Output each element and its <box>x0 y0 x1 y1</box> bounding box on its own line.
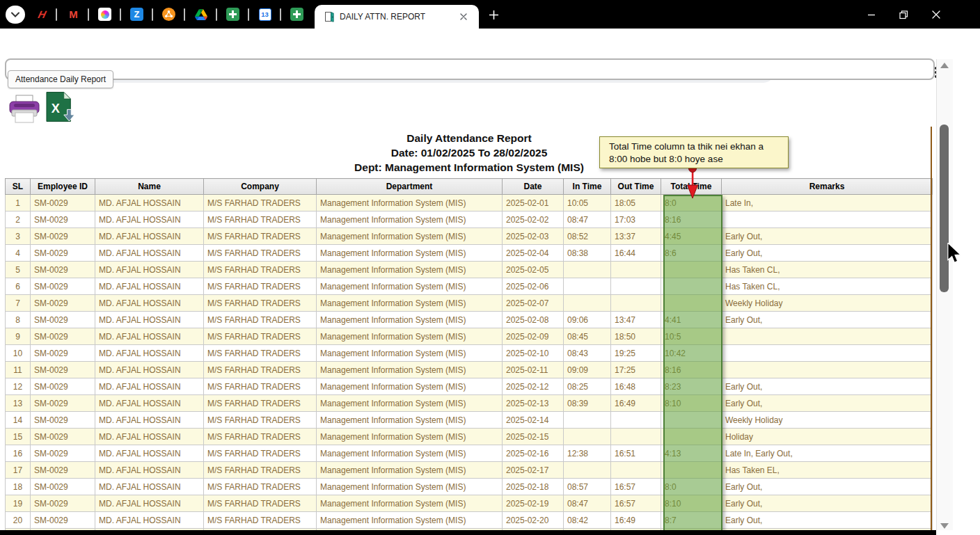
pinned-tab-drive[interactable] <box>194 8 207 21</box>
cell-remarks: Early Out, <box>722 312 933 328</box>
new-tab-button[interactable] <box>487 8 500 22</box>
cell-department: Management Information System (MIS) <box>317 445 503 462</box>
content-right-border <box>931 127 932 530</box>
print-button[interactable] <box>8 95 40 123</box>
table-row: 11SM-0029MD. AFJAL HOSSAINM/S FARHAD TRA… <box>6 362 933 378</box>
cell-company: M/S FARHAD TRADERS <box>204 245 317 262</box>
pinned-tab-orange-share[interactable] <box>162 8 175 21</box>
cell-employee-id: SM-0029 <box>31 445 95 462</box>
cell-in-time: 12:38 <box>564 445 611 462</box>
pinned-tab-green-grid[interactable] <box>226 8 239 21</box>
cell-name: MD. AFJAL HOSSAIN <box>95 495 204 512</box>
cell-department: Management Information System (MIS) <box>317 362 503 378</box>
cell-employee-id: SM-0029 <box>31 512 95 529</box>
bottom-edge-bar <box>0 530 936 535</box>
cell-out-time: 17:03 <box>611 211 661 228</box>
cell-company: M/S FARHAD TRADERS <box>204 195 317 211</box>
pinned-tab-clickup[interactable] <box>98 8 111 21</box>
cell-employee-id: SM-0029 <box>31 429 95 445</box>
cell-out-time <box>611 429 661 445</box>
minimize-icon <box>867 10 876 19</box>
cell-in-time <box>564 412 611 429</box>
cell-employee-id: SM-0029 <box>31 479 95 495</box>
pinned-tab-green-grid-2[interactable] <box>290 8 303 21</box>
cell-remarks: Has Taken CL, <box>722 262 933 278</box>
cell-date: 2025-02-04 <box>503 245 564 262</box>
active-tab[interactable]: DAILY ATTN. REPORT <box>315 5 479 29</box>
pinned-tab-separator <box>152 8 153 21</box>
cell-date: 2025-02-19 <box>503 495 564 512</box>
cell-sl: 20 <box>6 512 31 529</box>
cell-out-time: 16:51 <box>611 445 661 462</box>
restore-icon <box>899 10 908 19</box>
cell-name: MD. AFJAL HOSSAIN <box>95 262 204 278</box>
cell-date: 2025-02-12 <box>503 378 564 395</box>
cell-name: MD. AFJAL HOSSAIN <box>95 412 204 429</box>
pinned-tab-calendar[interactable]: 13 <box>258 8 271 21</box>
scrollbar-up-arrow[interactable] <box>940 63 949 68</box>
cell-out-time <box>611 295 661 312</box>
tab-close-button[interactable] <box>458 11 469 22</box>
cell-remarks <box>722 211 933 228</box>
cell-sl: 18 <box>6 479 31 495</box>
cell-name: MD. AFJAL HOSSAIN <box>95 295 204 312</box>
tab-title: DAILY ATTN. REPORT <box>340 12 425 22</box>
table-row: 13SM-0029MD. AFJAL HOSSAINM/S FARHAD TRA… <box>6 395 933 412</box>
table-row: 4SM-0029MD. AFJAL HOSSAINM/S FARHAD TRAD… <box>6 245 933 262</box>
scrollbar-down-arrow[interactable] <box>940 523 949 529</box>
table-row: 5SM-0029MD. AFJAL HOSSAINM/S FARHAD TRAD… <box>6 262 933 278</box>
cell-out-time: 13:37 <box>611 228 661 245</box>
annotation-note: Total Time column ta thik nei ekhan a 8:… <box>599 136 789 168</box>
cell-out-time: 16:49 <box>611 395 661 412</box>
window-minimize-button[interactable] <box>862 6 880 23</box>
cell-in-time <box>564 462 611 479</box>
cell-sl: 16 <box>6 445 31 462</box>
report-title: Daily Attendance Report <box>6 131 933 145</box>
pinned-tab-separator <box>120 8 121 21</box>
excel-export-button[interactable]: X <box>46 91 75 124</box>
cell-date: 2025-02-18 <box>503 479 564 495</box>
cell-sl: 17 <box>6 462 31 479</box>
cell-in-time: 09:06 <box>564 312 611 328</box>
cell-date: 2025-02-11 <box>503 362 564 378</box>
browser-toolbar: Not secure 182.163.102.203:8088/sharif_m… <box>0 29 980 59</box>
cell-sl: 9 <box>6 328 31 345</box>
cell-company: M/S FARHAD TRADERS <box>204 479 317 495</box>
table-row: 19SM-0029MD. AFJAL HOSSAINM/S FARHAD TRA… <box>6 495 933 512</box>
cell-name: MD. AFJAL HOSSAIN <box>95 345 204 362</box>
tab-search-button[interactable] <box>6 6 25 24</box>
cell-remarks: Early Out, <box>722 512 933 529</box>
window-close-button[interactable] <box>927 6 945 23</box>
table-row: 15SM-0029MD. AFJAL HOSSAINM/S FARHAD TRA… <box>6 429 933 445</box>
cell-employee-id: SM-0029 <box>31 462 95 479</box>
pinned-tab-zoho[interactable]: Z <box>130 8 143 21</box>
cell-department: Management Information System (MIS) <box>317 278 503 295</box>
cell-sl: 8 <box>6 312 31 328</box>
cell-department: Management Information System (MIS) <box>317 395 503 412</box>
scrollbar-thumb[interactable] <box>940 125 949 292</box>
cell-out-time <box>611 278 661 295</box>
pinned-tab-gmail[interactable]: M <box>67 8 80 21</box>
cell-department: Management Information System (MIS) <box>317 512 503 529</box>
cell-employee-id: SM-0029 <box>31 495 95 512</box>
cell-in-time <box>564 295 611 312</box>
zoho-z-icon: Z <box>130 8 143 21</box>
cell-remarks <box>722 362 933 378</box>
cell-remarks <box>722 345 933 362</box>
cell-date: 2025-02-06 <box>503 278 564 295</box>
browser-window: H M Z <box>0 0 980 535</box>
table-row: 17SM-0029MD. AFJAL HOSSAINM/S FARHAD TRA… <box>6 462 933 479</box>
window-restore-button[interactable] <box>894 6 912 23</box>
cell-department: Management Information System (MIS) <box>317 262 503 278</box>
report-date-range: Date: 01/02/2025 To 28/02/2025 <box>6 145 933 160</box>
chevron-down-icon <box>11 12 19 17</box>
pinned-tab-red-h[interactable]: H <box>35 8 49 21</box>
cell-out-time: 18:50 <box>611 328 661 345</box>
cell-department: Management Information System (MIS) <box>317 211 503 228</box>
table-row: 3SM-0029MD. AFJAL HOSSAINM/S FARHAD TRAD… <box>6 228 933 245</box>
pinned-tab-separator <box>216 8 217 21</box>
cell-company: M/S FARHAD TRADERS <box>204 512 317 529</box>
cell-out-time <box>611 462 661 479</box>
cell-remarks: Early Out, <box>722 228 933 245</box>
cell-employee-id: SM-0029 <box>31 312 95 328</box>
